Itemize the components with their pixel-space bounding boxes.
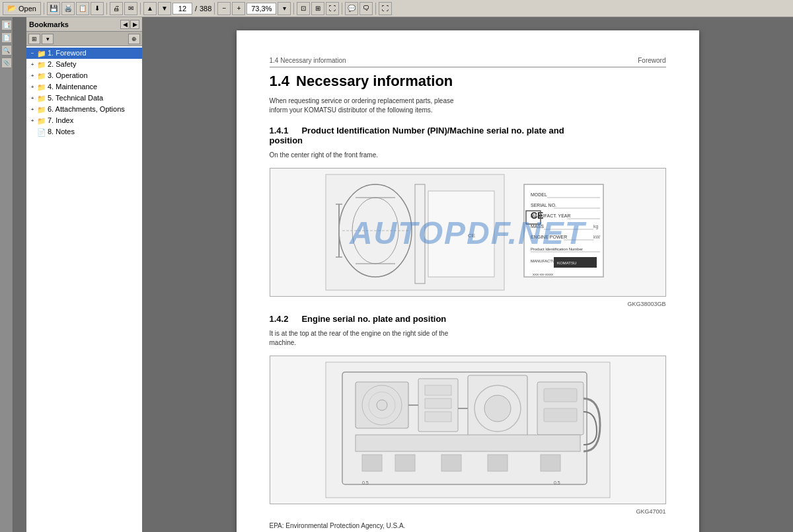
svg-text:ENGINE POWER: ENGINE POWER (531, 235, 567, 239)
expand-sidebar-button[interactable]: ▶ (130, 20, 139, 29)
tree-expander-item-foreword[interactable]: − (28, 49, 37, 58)
svg-point-38 (377, 400, 387, 410)
fit-page-button[interactable]: ⊞ (311, 2, 324, 15)
search-tab-icon[interactable]: 🔍 (1, 45, 12, 56)
svg-text:KOMATSU: KOMATSU (557, 261, 576, 265)
folder-icon: 📂 (7, 4, 17, 13)
tree-expander-item-maintenance[interactable]: + (28, 83, 37, 92)
comment-button[interactable]: 💬 (345, 2, 358, 15)
separator7 (375, 3, 376, 15)
left-icon-strip: 📑 📄 🔍 📎 (0, 17, 13, 532)
svg-rect-41 (425, 399, 451, 408)
svg-text:xxx-xx-xxxx: xxx-xx-xxxx (533, 272, 553, 276)
tree-expander-item-attachments[interactable]: + (28, 105, 37, 114)
main-section-title: 1.4Necessary information (270, 73, 666, 90)
collapse-sidebar-button[interactable]: ◀ (120, 20, 130, 29)
zoom-out-button[interactable]: − (217, 2, 231, 15)
svg-rect-54 (541, 455, 560, 471)
attach-tab-icon[interactable]: 📎 (1, 57, 12, 68)
sidebar-header: Bookmarks ◀ ▶ (26, 17, 142, 32)
tree-icon-item-index: 📁 (37, 116, 46, 126)
svg-rect-51 (395, 455, 415, 471)
tree-item-item-operation[interactable]: +📁3. Operation (26, 70, 142, 81)
separator3 (140, 3, 141, 15)
next-page-button[interactable]: ▼ (158, 2, 171, 15)
comment2-button[interactable]: 🗨 (359, 2, 373, 15)
tree-item-item-safety[interactable]: +📁2. Safety (26, 59, 142, 70)
tree-expander-item-operation[interactable]: + (28, 71, 37, 81)
email-button[interactable]: ✉ (124, 2, 137, 15)
tree-label-item-operation: 3. Operation (46, 71, 141, 80)
tree-icon-item-attachments: 📁 (37, 105, 46, 114)
tree-item-item-attachments[interactable]: +📁6. Attachments, Options (26, 104, 142, 115)
bookmark-action-button[interactable]: ⊕ (128, 34, 140, 44)
svg-text:kg: kg (593, 224, 599, 229)
separator4 (214, 3, 215, 15)
open-button[interactable]: 📂 Open (3, 2, 41, 15)
diagram-2-label: GKG47001 (270, 508, 666, 515)
properties-button[interactable]: 📋 (76, 2, 89, 15)
tree-label-item-technical: 5. Technical Data (46, 93, 141, 102)
tree-item-item-technical[interactable]: +📁5. Technical Data (26, 93, 142, 104)
tree-expander-item-technical[interactable]: + (28, 94, 37, 103)
svg-text:SERIAL NO.: SERIAL NO. (531, 203, 556, 208)
separator6 (342, 3, 342, 15)
tree-expander-item-index[interactable]: + (28, 116, 37, 126)
bookmarks-title: Bookmarks (29, 20, 69, 28)
svg-text:CE: CE (468, 233, 475, 239)
pages-tab-icon[interactable]: 📄 (1, 32, 12, 43)
page-number-input[interactable] (172, 3, 192, 15)
diagram-2-svg: 0.5 0.5 (322, 359, 613, 501)
page-header: 1.4 Necessary information Foreword (270, 57, 666, 67)
svg-rect-40 (425, 385, 451, 395)
svg-rect-7 (428, 191, 494, 277)
fullscreen-button[interactable]: ⛶ (326, 2, 339, 15)
diagram-1-label: GKG38003GB (270, 301, 666, 307)
save-button[interactable]: 💾 (47, 2, 60, 15)
svg-text:CE: CE (531, 210, 543, 221)
fit-width-button[interactable]: ⊡ (297, 2, 310, 15)
expand-button[interactable]: ⛶ (379, 2, 392, 15)
zoom-dropdown-button[interactable]: ▾ (278, 2, 291, 15)
page-document: 1.4 Necessary information Foreword 1.4Ne… (237, 30, 699, 532)
subsection-2-text: Engine serial no. plate and position (301, 314, 446, 324)
svg-text:MASS: MASS (531, 224, 544, 229)
tree-expander-item-notes[interactable] (28, 128, 37, 137)
tree-icon-item-technical: 📁 (37, 94, 46, 103)
header-left: 1.4 Necessary information (270, 57, 346, 64)
separator2 (106, 3, 107, 15)
tree-item-item-notes[interactable]: 📄8. Notes (26, 126, 142, 137)
new-bookmark-button[interactable]: ⊞ (28, 34, 40, 44)
svg-rect-53 (488, 455, 508, 471)
svg-rect-50 (362, 455, 382, 471)
page-separator: / (194, 5, 198, 13)
zoom-in-button[interactable]: + (232, 2, 245, 15)
section-title-text: Necessary information (296, 73, 453, 89)
svg-rect-48 (544, 408, 577, 422)
separator5 (293, 3, 294, 15)
options-button[interactable]: ▾ (42, 34, 54, 44)
svg-rect-42 (425, 412, 451, 422)
svg-text:0.5: 0.5 (362, 480, 369, 485)
tree-label-item-maintenance: 4. Maintenance (46, 82, 141, 91)
tree-item-item-index[interactable]: +📁7. Index (26, 115, 142, 126)
tree-item-item-foreword[interactable]: −📁1. Foreword (26, 48, 142, 59)
diagram-1: CE MODEL SERIAL NO. MANUFACT. YEAR MASS … (270, 168, 666, 297)
tree-expander-item-safety[interactable]: + (28, 60, 37, 69)
content-area[interactable]: 1.4 Necessary information Foreword 1.4Ne… (142, 17, 793, 532)
svg-text:kW: kW (593, 235, 601, 239)
bookmark-tree: −📁1. Foreword+📁2. Safety+📁3. Operation+📁… (26, 46, 142, 532)
print2-button[interactable]: 🖨 (110, 2, 123, 15)
prev-page-button[interactable]: ▲ (143, 2, 157, 15)
zoom-input[interactable] (246, 3, 276, 15)
tree-item-item-maintenance[interactable]: +📁4. Maintenance (26, 81, 142, 93)
section-number: 1.4 (270, 73, 290, 89)
download-button[interactable]: ⬇ (91, 2, 104, 15)
subsection-2-number: 1.4.2 (270, 314, 289, 324)
sidebar-toolbar: ⊞ ▾ ⊕ (26, 32, 142, 46)
tree-label-item-index: 7. Index (46, 116, 141, 125)
bookmark-tab-icon[interactable]: 📑 (1, 20, 12, 30)
subsection-2-title: 1.4.2Engine serial no. plate and positio… (270, 314, 666, 324)
tree-label-item-attachments: 6. Attachments, Options (46, 104, 141, 114)
print-button[interactable]: 🖨️ (61, 2, 75, 15)
